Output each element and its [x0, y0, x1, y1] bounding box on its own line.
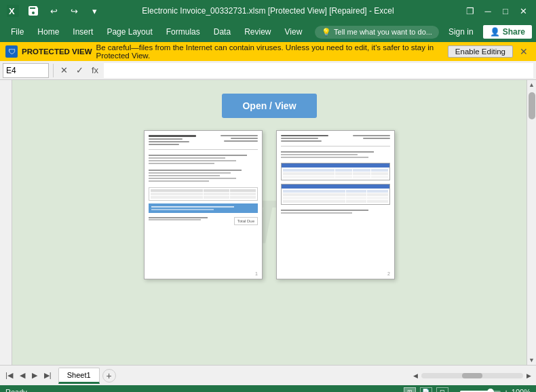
tell-me-label: Tell me what you want to do... — [334, 28, 432, 36]
document-preview-2: 2 — [276, 130, 395, 279]
status-bar: Ready ⊞ 📄 ⊡ − + 100% — [0, 385, 536, 392]
first-sheet-button[interactable]: |◀ — [3, 370, 16, 381]
menu-item-review[interactable]: Review — [237, 24, 277, 39]
document-previews: Total Due 1 — [144, 130, 395, 279]
zoom-thumb[interactable] — [487, 389, 494, 392]
redo-button[interactable]: ↪ — [66, 3, 81, 18]
menu-bar-right: 💡 Tell me what you want to do... Sign in… — [315, 25, 532, 39]
scroll-up-arrow[interactable]: ▲ — [527, 80, 537, 90]
title-bar-title: Electronic Invoice_00332731.xlsm [Protec… — [142, 6, 394, 16]
confirm-formula-button[interactable]: ✓ — [73, 65, 86, 75]
share-button[interactable]: 👤 Share — [483, 25, 532, 39]
title-bar-left: X ↩ ↪ ▾ — [5, 3, 102, 18]
customize-qat-button[interactable]: ▾ — [87, 3, 102, 18]
restore-button[interactable]: ❐ — [463, 3, 478, 18]
zoom-minus-button[interactable]: − — [453, 387, 458, 393]
cancel-formula-button[interactable]: ✕ — [58, 65, 71, 75]
share-icon: 👤 — [490, 27, 500, 37]
status-bar-right: ⊞ 📄 ⊡ − + 100% — [404, 387, 531, 393]
next-sheet-button[interactable]: ▶ — [29, 370, 40, 381]
menu-bar: File Home Insert Page Layout Formulas Da… — [0, 22, 536, 42]
page-break-view-button[interactable]: ⊡ — [436, 387, 448, 392]
menu-item-insert[interactable]: Insert — [66, 24, 100, 39]
protected-message: Be careful—files from the Internet can c… — [96, 43, 444, 60]
sheet-tabs-bar: |◀ ◀ ▶ ▶| Sheet1 + ◀ ▶ — [0, 365, 536, 385]
undo-button[interactable]: ↩ — [46, 3, 61, 18]
document-area: Open / View — [12, 80, 527, 365]
spreadsheet-content[interactable]: JTC Open / View — [12, 80, 527, 365]
formula-input[interactable] — [104, 63, 533, 78]
scroll-left-button[interactable]: ◀ — [411, 372, 420, 379]
document-preview-1: Total Due 1 — [144, 130, 263, 279]
svg-text:X: X — [9, 6, 15, 16]
open-view-button[interactable]: Open / View — [222, 94, 316, 118]
fx-button[interactable]: fx — [89, 65, 101, 75]
shield-icon: 🛡 — [5, 45, 18, 58]
title-bar: X ↩ ↪ ▾ Electronic Invoice_00332731.xlsm… — [0, 0, 536, 22]
scroll-down-arrow[interactable]: ▼ — [527, 355, 537, 365]
page-num-1: 1 — [255, 271, 258, 276]
ready-label: Ready — [5, 388, 27, 392]
minimize-button[interactable]: ─ — [480, 3, 495, 18]
menu-item-view[interactable]: View — [278, 24, 309, 39]
title-bar-controls: ❐ ─ □ ✕ — [463, 3, 531, 18]
protected-badge: PROTECTED VIEW — [22, 47, 92, 56]
horizontal-scrollbar[interactable]: ◀ ▶ — [411, 372, 533, 379]
menu-item-data[interactable]: Data — [207, 24, 237, 39]
h-scroll-track[interactable] — [421, 373, 523, 378]
close-protected-bar-button[interactable]: ✕ — [517, 46, 531, 57]
sheet-tab-1[interactable]: Sheet1 — [58, 368, 100, 384]
formula-bar: ✕ ✓ fx — [0, 61, 536, 80]
tell-me-input[interactable]: 💡 Tell me what you want to do... — [315, 26, 439, 39]
menu-item-page-layout[interactable]: Page Layout — [100, 24, 159, 39]
zoom-plus-button[interactable]: + — [503, 387, 509, 393]
last-sheet-button[interactable]: ▶| — [41, 370, 54, 381]
menu-item-file[interactable]: File — [4, 24, 31, 39]
bottom-right: ◀ ▶ — [411, 366, 536, 386]
sheet-nav: |◀ ◀ ▶ ▶| — [0, 370, 57, 381]
add-sheet-button[interactable]: + — [102, 369, 116, 383]
formula-bar-divider — [53, 64, 54, 77]
cell-reference-input[interactable] — [3, 63, 49, 78]
maximize-button[interactable]: □ — [498, 3, 513, 18]
menu-item-home[interactable]: Home — [31, 24, 66, 39]
vertical-scrollbar[interactable]: ▲ ▼ — [527, 80, 536, 365]
normal-view-button[interactable]: ⊞ — [404, 387, 416, 392]
scroll-right-button[interactable]: ▶ — [524, 372, 533, 379]
main-area: JTC Open / View — [0, 80, 536, 365]
save-button[interactable] — [26, 3, 41, 18]
row-numbers — [0, 80, 12, 365]
scroll-thumb[interactable] — [529, 92, 535, 119]
prev-sheet-button[interactable]: ◀ — [17, 370, 28, 381]
h-scroll-thumb[interactable] — [462, 373, 482, 378]
page-num-2: 2 — [387, 271, 390, 276]
enable-editing-button[interactable]: Enable Editing — [448, 45, 513, 58]
page-layout-view-button[interactable]: 📄 — [420, 387, 432, 392]
menu-item-formulas[interactable]: Formulas — [159, 24, 207, 39]
excel-logo-icon[interactable]: X — [5, 3, 20, 18]
close-button[interactable]: ✕ — [516, 3, 531, 18]
protected-view-bar: 🛡 PROTECTED VIEW Be careful—files from t… — [0, 42, 536, 61]
lightbulb-icon: 💡 — [322, 28, 331, 37]
zoom-control[interactable]: − + 100% — [453, 387, 531, 393]
share-label: Share — [503, 27, 525, 37]
sign-in-button[interactable]: Sign in — [443, 25, 479, 39]
zoom-percent-label: 100% — [512, 388, 531, 392]
